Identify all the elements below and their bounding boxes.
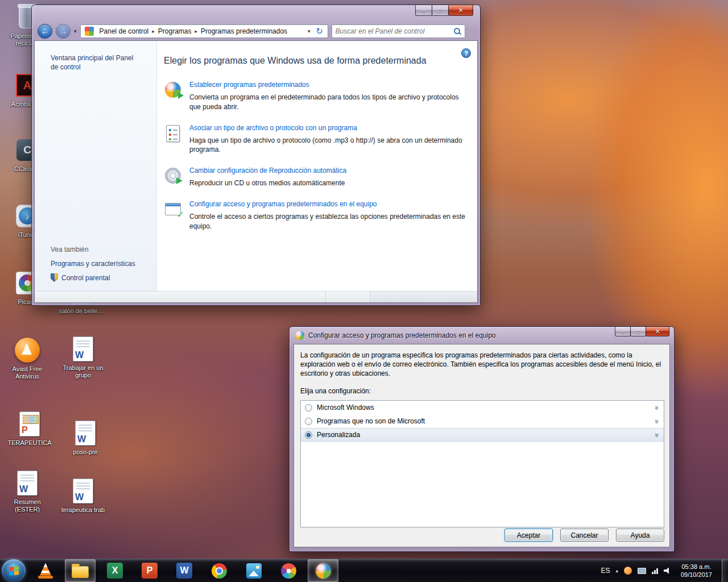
- clock-time: 05:38 a.m.: [681, 563, 712, 571]
- expand-chevron-icon[interactable]: [653, 433, 661, 437]
- program-access-dialog: Configurar acceso y programas predetermi…: [289, 326, 675, 552]
- breadcrumb-segment[interactable]: Panel de control: [96, 25, 152, 38]
- status-bar: [35, 291, 477, 302]
- dialog-caption-buttons: [615, 327, 669, 336]
- taskbar-chrome-button[interactable]: [204, 559, 234, 582]
- expand-chevron-icon[interactable]: [653, 406, 661, 410]
- accept-button[interactable]: Aceptar: [504, 529, 553, 542]
- hidden-icons-chevron-icon[interactable]: [615, 568, 618, 573]
- file-association-icon: [166, 125, 180, 142]
- option-non-microsoft[interactable]: Programas que no son de Microsoft: [301, 414, 664, 428]
- taskbar-default-programs-button[interactable]: [308, 559, 338, 582]
- breadcrumb[interactable]: Panel de control Programas Programas pre…: [80, 24, 328, 38]
- dialog-minimize-button[interactable]: [615, 327, 631, 336]
- task-link[interactable]: Cambiar configuración de Reproducción au…: [189, 167, 346, 174]
- search-icon[interactable]: [453, 27, 461, 35]
- breadcrumb-segment[interactable]: Programas predeterminados: [197, 25, 291, 38]
- option-label: Microsoft Windows: [317, 404, 374, 411]
- word-file-icon: W: [75, 421, 96, 446]
- task-associate-filetype: Asociar un tipo de archivo o protocolo c…: [164, 124, 468, 155]
- dialog-maximize-button[interactable]: [630, 327, 646, 336]
- taskbar: X P W ES 05:38 a.m. 09/10/2017: [0, 559, 728, 582]
- taskbar-powerpoint-button[interactable]: P: [134, 559, 165, 582]
- task-link[interactable]: Establecer programas predeterminados: [189, 81, 468, 89]
- task-description: Controle el acceso a ciertos programas y…: [189, 212, 468, 231]
- expand-chevron-icon[interactable]: [653, 419, 661, 423]
- refresh-icon[interactable]: [313, 25, 326, 38]
- cancel-button[interactable]: Cancelar: [560, 529, 609, 542]
- clock-date: 09/10/2017: [681, 571, 712, 579]
- dialog-titlebar[interactable]: Configurar acceso y programas predetermi…: [289, 327, 674, 344]
- maximize-button[interactable]: [432, 5, 449, 16]
- radio-selected[interactable]: [305, 431, 312, 439]
- task-link[interactable]: Asociar un tipo de archivo o protocolo c…: [189, 124, 468, 132]
- windows-logo-icon: [9, 566, 19, 575]
- help-button[interactable]: Ayuda: [616, 529, 664, 542]
- clock[interactable]: 05:38 a.m. 09/10/2017: [681, 563, 712, 579]
- desktop-icon-resumen[interactable]: W Resumen (ESTER): [2, 469, 52, 513]
- window-content: Ventana principal del Panel de control V…: [34, 40, 478, 303]
- desktop-icon-trabajar[interactable]: W Trabajar en un grupo: [58, 335, 108, 379]
- main-content: Elegir los programas que Windows usa de …: [157, 41, 477, 291]
- task-description: Reproducir un CD u otros medios automáti…: [189, 178, 346, 188]
- sidebar-item-programs-features[interactable]: Programas y características: [51, 260, 150, 268]
- control-panel-window: Panel de control Programas Programas pre…: [31, 5, 481, 306]
- dialog-description: La configuración de un programa especifi…: [300, 351, 664, 378]
- taskbar-excel-button[interactable]: X: [100, 559, 130, 582]
- task-link[interactable]: Configurar acceso y programas predetermi…: [189, 200, 468, 208]
- option-microsoft-windows[interactable]: Microsoft Windows: [301, 401, 664, 414]
- start-button[interactable]: [2, 559, 26, 582]
- dialog-close-button[interactable]: [646, 327, 669, 336]
- task-description: Convierta un programa en el predetermina…: [189, 93, 468, 112]
- desktop-icon-label: Resumen (ESTER): [2, 498, 52, 513]
- search-input[interactable]: [336, 27, 453, 35]
- breadcrumb-segment[interactable]: Programas: [155, 25, 195, 38]
- taskbar-vlc-button[interactable]: [30, 559, 61, 582]
- desktop-icon-avast[interactable]: Avast Free Antivirus: [2, 336, 52, 380]
- window-titlebar[interactable]: [32, 5, 480, 22]
- default-programs-icon: [165, 82, 181, 98]
- display-tray-icon[interactable]: [638, 568, 646, 574]
- desktop-icon-terapeutica-trab[interactable]: W terapeutica trab: [58, 477, 108, 514]
- word-icon: W: [176, 563, 192, 579]
- system-tray: ES 05:38 a.m. 09/10/2017: [601, 559, 728, 582]
- forward-button[interactable]: [56, 24, 71, 39]
- word-file-icon: W: [17, 471, 38, 496]
- excel-icon: X: [107, 563, 123, 579]
- program-access-icon: [165, 203, 181, 215]
- taskbar-word-button[interactable]: W: [169, 559, 200, 582]
- back-button[interactable]: [38, 24, 52, 39]
- radio-unselected[interactable]: [305, 404, 312, 411]
- desktop-icon-label: Avast Free Antivirus: [2, 365, 52, 380]
- taskbar-photo-viewer-button[interactable]: [238, 559, 269, 582]
- sidebar-item-parental-control[interactable]: Control parental: [51, 273, 150, 282]
- show-desktop-button[interactable]: [722, 559, 728, 582]
- search-box[interactable]: [332, 24, 465, 38]
- minimize-button[interactable]: [415, 5, 432, 16]
- network-tray-icon[interactable]: [652, 567, 658, 574]
- dialog-title: Configurar acceso y programas predetermi…: [308, 331, 496, 339]
- radio-unselected[interactable]: [305, 418, 312, 425]
- sidebar-item-home[interactable]: Ventana principal del Panel de control: [51, 53, 137, 72]
- address-dropdown-icon[interactable]: [305, 28, 313, 34]
- details-pane: [370, 292, 477, 302]
- powerpoint-file-icon: P: [19, 411, 40, 436]
- vlc-icon: [38, 563, 53, 579]
- media-app-icon: [281, 563, 296, 579]
- volume-tray-icon[interactable]: [664, 567, 671, 574]
- window-caption-buttons: [416, 5, 473, 16]
- chrome-icon: [212, 563, 227, 579]
- help-icon[interactable]: [461, 48, 471, 58]
- desktop-icon-terapeutica[interactable]: P TERAPEUTICA: [5, 410, 55, 447]
- desktop-icon-poso-pre[interactable]: W poso-pre: [60, 419, 110, 456]
- shield-icon: [51, 273, 58, 282]
- avast-tray-icon[interactable]: [624, 567, 632, 575]
- task-set-default-programs: Establecer programas predeterminados Con…: [164, 81, 468, 112]
- taskbar-explorer-button[interactable]: [65, 559, 96, 582]
- close-button[interactable]: [448, 5, 473, 16]
- taskbar-media-app-button[interactable]: [273, 559, 304, 582]
- recent-pages-dropdown-icon[interactable]: [74, 28, 77, 34]
- language-indicator[interactable]: ES: [601, 567, 610, 575]
- option-label: Programas que no son de Microsoft: [317, 417, 425, 425]
- option-custom[interactable]: Personalizada: [301, 428, 664, 442]
